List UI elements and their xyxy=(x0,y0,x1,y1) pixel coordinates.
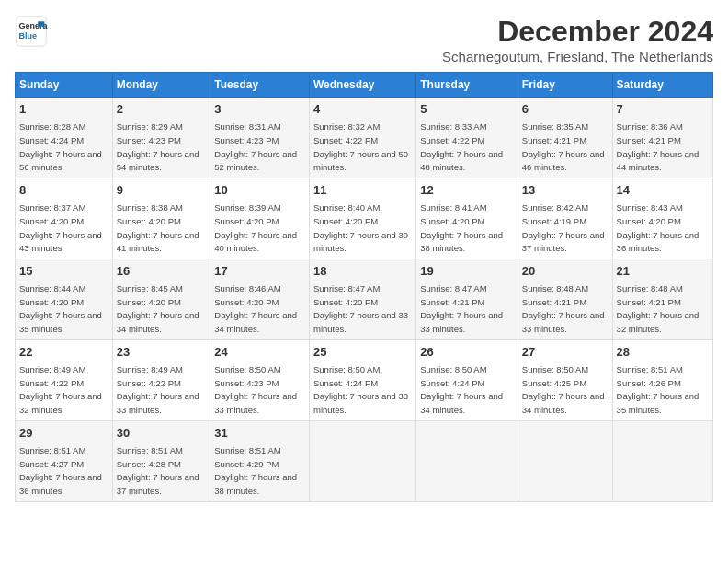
day-number: 10 xyxy=(214,182,305,199)
calendar-cell: 22Sunrise: 8:49 AMSunset: 4:22 PMDayligh… xyxy=(16,339,113,420)
header-tuesday: Tuesday xyxy=(210,73,310,98)
day-info: Sunrise: 8:47 AMSunset: 4:20 PMDaylight:… xyxy=(313,283,408,334)
day-number: 25 xyxy=(313,344,412,361)
calendar-cell xyxy=(310,420,416,501)
day-number: 8 xyxy=(19,182,108,199)
calendar-week-2: 8Sunrise: 8:37 AMSunset: 4:20 PMDaylight… xyxy=(16,178,713,259)
calendar-week-4: 22Sunrise: 8:49 AMSunset: 4:22 PMDayligh… xyxy=(16,339,713,420)
day-info: Sunrise: 8:49 AMSunset: 4:22 PMDaylight:… xyxy=(117,364,199,415)
day-number: 27 xyxy=(522,344,609,361)
calendar-cell: 30Sunrise: 8:51 AMSunset: 4:28 PMDayligh… xyxy=(112,420,210,501)
calendar-cell: 23Sunrise: 8:49 AMSunset: 4:22 PMDayligh… xyxy=(112,339,210,420)
day-info: Sunrise: 8:43 AMSunset: 4:20 PMDaylight:… xyxy=(617,202,700,253)
day-number: 5 xyxy=(420,101,514,118)
header: General Blue December 2024 Scharnegoutum… xyxy=(15,15,713,64)
day-number: 19 xyxy=(420,263,514,280)
day-info: Sunrise: 8:33 AMSunset: 4:22 PMDaylight:… xyxy=(420,121,503,172)
day-number: 15 xyxy=(19,263,108,280)
calendar-cell: 21Sunrise: 8:48 AMSunset: 4:21 PMDayligh… xyxy=(612,259,712,339)
day-number: 14 xyxy=(617,182,709,199)
logo: General Blue xyxy=(15,15,48,48)
title-block: December 2024 Scharnegoutum, Friesland, … xyxy=(442,15,713,64)
calendar-cell: 16Sunrise: 8:45 AMSunset: 4:20 PMDayligh… xyxy=(112,259,210,339)
day-info: Sunrise: 8:42 AMSunset: 4:19 PMDaylight:… xyxy=(522,202,605,253)
day-info: Sunrise: 8:29 AMSunset: 4:23 PMDaylight:… xyxy=(117,121,199,172)
day-number: 13 xyxy=(522,182,609,199)
day-info: Sunrise: 8:46 AMSunset: 4:20 PMDaylight:… xyxy=(214,283,297,334)
day-info: Sunrise: 8:48 AMSunset: 4:21 PMDaylight:… xyxy=(617,283,700,334)
day-info: Sunrise: 8:50 AMSunset: 4:24 PMDaylight:… xyxy=(313,364,408,415)
calendar-table: SundayMondayTuesdayWednesdayThursdayFrid… xyxy=(15,72,713,502)
day-number: 9 xyxy=(117,182,207,199)
day-info: Sunrise: 8:50 AMSunset: 4:25 PMDaylight:… xyxy=(522,364,605,415)
calendar-cell: 28Sunrise: 8:51 AMSunset: 4:26 PMDayligh… xyxy=(612,339,712,420)
calendar-cell: 11Sunrise: 8:40 AMSunset: 4:20 PMDayligh… xyxy=(310,178,416,259)
calendar-cell: 26Sunrise: 8:50 AMSunset: 4:24 PMDayligh… xyxy=(416,339,518,420)
header-wednesday: Wednesday xyxy=(310,73,416,98)
day-info: Sunrise: 8:36 AMSunset: 4:21 PMDaylight:… xyxy=(617,121,700,172)
calendar-cell: 27Sunrise: 8:50 AMSunset: 4:25 PMDayligh… xyxy=(518,339,612,420)
calendar-week-3: 15Sunrise: 8:44 AMSunset: 4:20 PMDayligh… xyxy=(16,259,713,339)
calendar-cell: 29Sunrise: 8:51 AMSunset: 4:27 PMDayligh… xyxy=(16,420,113,501)
calendar-cell: 12Sunrise: 8:41 AMSunset: 4:20 PMDayligh… xyxy=(416,178,518,259)
day-number: 4 xyxy=(313,101,412,118)
calendar-cell: 5Sunrise: 8:33 AMSunset: 4:22 PMDaylight… xyxy=(416,98,518,178)
calendar-cell: 14Sunrise: 8:43 AMSunset: 4:20 PMDayligh… xyxy=(612,178,712,259)
day-info: Sunrise: 8:48 AMSunset: 4:21 PMDaylight:… xyxy=(522,283,605,334)
header-saturday: Saturday xyxy=(612,73,712,98)
page-subtitle: Scharnegoutum, Friesland, The Netherland… xyxy=(442,49,713,64)
day-number: 22 xyxy=(19,344,108,361)
calendar-cell xyxy=(612,420,712,501)
day-number: 31 xyxy=(214,425,305,442)
day-info: Sunrise: 8:40 AMSunset: 4:20 PMDaylight:… xyxy=(313,202,408,253)
day-info: Sunrise: 8:49 AMSunset: 4:22 PMDaylight:… xyxy=(19,364,102,415)
calendar-cell: 15Sunrise: 8:44 AMSunset: 4:20 PMDayligh… xyxy=(16,259,113,339)
day-number: 7 xyxy=(617,101,709,118)
day-number: 24 xyxy=(214,344,305,361)
day-number: 20 xyxy=(522,263,609,280)
calendar-cell: 19Sunrise: 8:47 AMSunset: 4:21 PMDayligh… xyxy=(416,259,518,339)
day-number: 6 xyxy=(522,101,609,118)
calendar-cell: 17Sunrise: 8:46 AMSunset: 4:20 PMDayligh… xyxy=(210,259,310,339)
page-title: December 2024 xyxy=(442,15,713,49)
calendar-header-row: SundayMondayTuesdayWednesdayThursdayFrid… xyxy=(16,73,713,98)
day-info: Sunrise: 8:44 AMSunset: 4:20 PMDaylight:… xyxy=(19,283,102,334)
day-info: Sunrise: 8:31 AMSunset: 4:23 PMDaylight:… xyxy=(214,121,297,172)
calendar-cell: 3Sunrise: 8:31 AMSunset: 4:23 PMDaylight… xyxy=(210,98,310,178)
day-info: Sunrise: 8:32 AMSunset: 4:22 PMDaylight:… xyxy=(313,121,408,172)
calendar-cell: 18Sunrise: 8:47 AMSunset: 4:20 PMDayligh… xyxy=(310,259,416,339)
header-thursday: Thursday xyxy=(416,73,518,98)
day-number: 30 xyxy=(117,425,207,442)
calendar-cell: 24Sunrise: 8:50 AMSunset: 4:23 PMDayligh… xyxy=(210,339,310,420)
day-number: 12 xyxy=(420,182,514,199)
day-info: Sunrise: 8:47 AMSunset: 4:21 PMDaylight:… xyxy=(420,283,503,334)
day-number: 17 xyxy=(214,263,305,280)
day-info: Sunrise: 8:50 AMSunset: 4:23 PMDaylight:… xyxy=(214,364,297,415)
calendar-cell xyxy=(416,420,518,501)
day-number: 3 xyxy=(214,101,305,118)
calendar-cell: 2Sunrise: 8:29 AMSunset: 4:23 PMDaylight… xyxy=(112,98,210,178)
day-info: Sunrise: 8:38 AMSunset: 4:20 PMDaylight:… xyxy=(117,202,199,253)
day-info: Sunrise: 8:28 AMSunset: 4:24 PMDaylight:… xyxy=(19,121,102,172)
day-info: Sunrise: 8:35 AMSunset: 4:21 PMDaylight:… xyxy=(522,121,605,172)
day-number: 16 xyxy=(117,263,207,280)
day-info: Sunrise: 8:51 AMSunset: 4:27 PMDaylight:… xyxy=(19,445,102,496)
calendar-cell xyxy=(518,420,612,501)
day-number: 1 xyxy=(19,101,108,118)
logo-icon: General Blue xyxy=(15,15,48,48)
day-number: 28 xyxy=(617,344,709,361)
day-info: Sunrise: 8:45 AMSunset: 4:20 PMDaylight:… xyxy=(117,283,199,334)
day-info: Sunrise: 8:37 AMSunset: 4:20 PMDaylight:… xyxy=(19,202,102,253)
calendar-cell: 1Sunrise: 8:28 AMSunset: 4:24 PMDaylight… xyxy=(16,98,113,178)
day-info: Sunrise: 8:50 AMSunset: 4:24 PMDaylight:… xyxy=(420,364,503,415)
calendar-body: 1Sunrise: 8:28 AMSunset: 4:24 PMDaylight… xyxy=(16,98,713,502)
day-info: Sunrise: 8:51 AMSunset: 4:26 PMDaylight:… xyxy=(617,364,700,415)
calendar-cell: 20Sunrise: 8:48 AMSunset: 4:21 PMDayligh… xyxy=(518,259,612,339)
day-info: Sunrise: 8:51 AMSunset: 4:29 PMDaylight:… xyxy=(214,445,297,496)
day-number: 18 xyxy=(313,263,412,280)
header-friday: Friday xyxy=(518,73,612,98)
header-monday: Monday xyxy=(112,73,210,98)
day-number: 23 xyxy=(117,344,207,361)
day-number: 29 xyxy=(19,425,108,442)
calendar-cell: 8Sunrise: 8:37 AMSunset: 4:20 PMDaylight… xyxy=(16,178,113,259)
